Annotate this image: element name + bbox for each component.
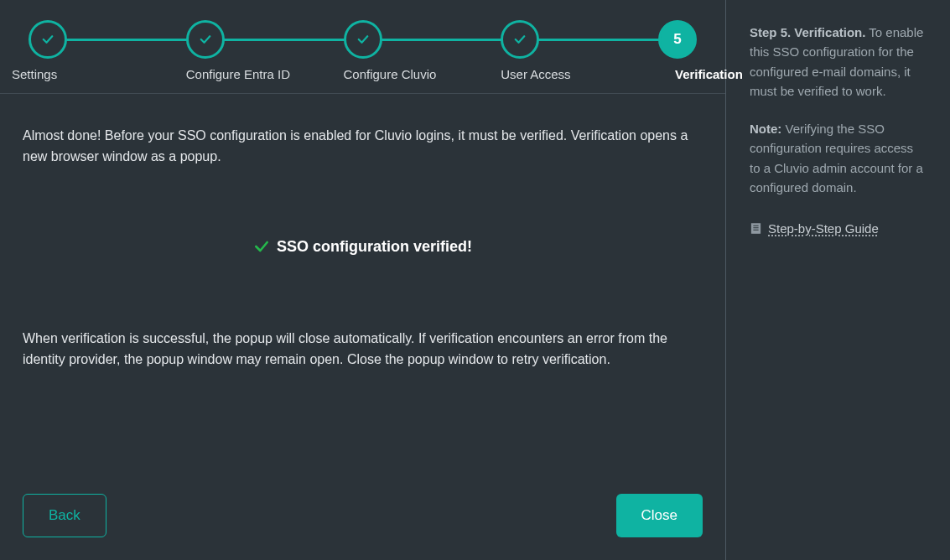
stepper: 5 Settings Configure Entra ID Configure … [0,0,725,94]
step-number: 5 [673,31,681,48]
help-step-heading: Step 5. Verification. [750,25,865,39]
svg-rect-2 [753,227,758,228]
success-check-icon [253,238,270,255]
step-by-step-guide-link[interactable]: Step-by-Step Guide [768,219,879,238]
step-label-settings: Settings [12,67,50,81]
help-note-heading: Note: [750,122,781,136]
step-cluvio-circle[interactable] [344,20,382,59]
popup-paragraph: When verification is successful, the pop… [23,329,703,371]
step-label-user-access: User Access [501,67,539,81]
side-help-panel: Step 5. Verification. To enable this SSO… [726,0,950,560]
step-entra-circle[interactable] [186,20,225,59]
help-paragraph-2: Note: Verifying the SSO configuration re… [750,119,927,197]
close-button[interactable]: Close [616,494,703,537]
step-verification-circle[interactable]: 5 [658,20,697,59]
help-paragraph-1: Step 5. Verification. To enable this SSO… [750,23,927,101]
svg-rect-3 [753,230,758,231]
check-icon [512,32,527,47]
content-area: Almost done! Before your SSO configurati… [0,94,725,494]
footer-button-row: Back Close [0,494,725,560]
step-label-cluvio: Configure Cluvio [344,67,382,81]
svg-rect-0 [752,224,761,233]
verification-status-text: SSO configuration verified! [277,238,472,256]
step-label-entra: Configure Entra ID [186,67,225,81]
verification-status-block: SSO configuration verified! [23,238,703,259]
main-panel: 5 Settings Configure Entra ID Configure … [0,0,726,560]
check-icon [356,32,371,47]
step-label-verification: Verification [675,67,714,81]
guide-link-row[interactable]: Step-by-Step Guide [750,219,927,238]
back-button[interactable]: Back [23,494,106,537]
step-user-access-circle[interactable] [501,20,539,59]
check-icon [40,32,55,47]
svg-rect-1 [753,226,758,226]
intro-paragraph: Almost done! Before your SSO configurati… [23,126,703,168]
step-settings-circle[interactable] [29,20,67,59]
check-icon [198,32,213,47]
book-icon [750,222,762,235]
